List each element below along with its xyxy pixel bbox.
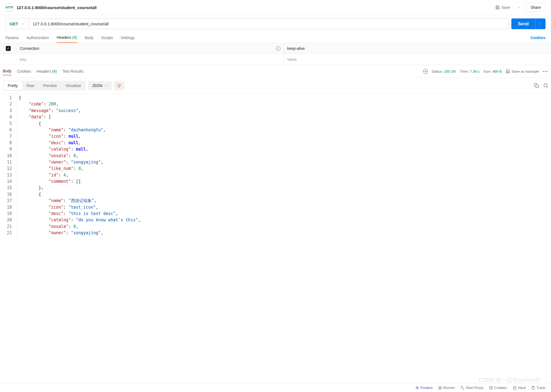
header-row: ✓ Connection i keep-alive: [0, 43, 551, 54]
resp-tab-test-results[interactable]: Test Results: [62, 67, 83, 75]
size-value: 469 B: [492, 69, 502, 74]
cookies-link[interactable]: Cookies: [531, 36, 545, 40]
view-tab-pretty[interactable]: Pretty: [3, 81, 22, 90]
http-icon: HTTP: [6, 4, 13, 11]
info-icon[interactable]: i: [276, 46, 280, 51]
header-checkbox[interactable]: ✓: [6, 46, 11, 51]
save-icon: [506, 69, 510, 74]
save-icon: [495, 5, 500, 10]
more-icon[interactable]: •••: [543, 69, 548, 74]
tab-authorization[interactable]: Authorization: [26, 33, 49, 43]
line-numbers: 12345678910111213141516171819202122: [0, 94, 17, 238]
save-label: Save: [501, 5, 510, 10]
headers-table: ✓ Connection i keep-alive Key Value: [0, 43, 551, 65]
header-row-empty: Key Value: [0, 54, 551, 65]
method-select[interactable]: GET: [6, 19, 29, 29]
status-group: Status: 200 OK: [432, 69, 456, 74]
svg-rect-2: [536, 85, 539, 88]
svg-point-3: [544, 84, 547, 87]
view-actions: [534, 83, 548, 88]
resp-tab-headers[interactable]: Headers (4): [37, 67, 57, 75]
status-label: Status:: [432, 69, 443, 74]
code-viewer: 12345678910111213141516171819202122 { "c…: [0, 93, 551, 238]
header-checkbox-cell: ✓: [0, 46, 17, 51]
status-value: 200 OK: [444, 69, 456, 74]
tab-body[interactable]: Body: [85, 33, 94, 43]
format-select[interactable]: JSON: [88, 81, 111, 90]
request-tabs: Params Authorization Headers (6) Body Sc…: [0, 32, 551, 43]
save-as-example-button[interactable]: Save as example: [506, 69, 539, 74]
view-tab-visualize[interactable]: Visualize: [61, 81, 85, 90]
top-actions: Save Share: [492, 3, 545, 12]
method-url-group: GET: [6, 18, 509, 29]
view-tab-raw[interactable]: Raw: [22, 81, 39, 90]
tab-headers-count: (6): [72, 35, 77, 40]
header-value-input[interactable]: Value: [284, 55, 551, 64]
tab-headers[interactable]: Headers (6): [57, 32, 77, 43]
header-value-cell[interactable]: keep-alive: [284, 43, 551, 53]
save-button[interactable]: Save: [492, 4, 514, 11]
method-text: GET: [10, 21, 18, 26]
resp-tab-cookies[interactable]: Cookies: [17, 67, 31, 75]
view-tab-preview[interactable]: Preview: [39, 81, 61, 90]
response-tabs: Body Cookies Headers (4) Test Results St…: [0, 65, 551, 78]
time-group: Time: 7.36 s: [460, 69, 479, 74]
url-input[interactable]: [29, 19, 509, 29]
top-bar: HTTP 127.0.0.1:8000/course/student_cours…: [0, 0, 551, 15]
time-value: 7.36 s: [470, 69, 479, 74]
header-key-input[interactable]: Key: [17, 55, 284, 64]
send-button[interactable]: Send: [511, 18, 535, 29]
tab-scripts[interactable]: Scripts: [101, 33, 113, 43]
tab-settings[interactable]: Settings: [121, 33, 135, 43]
tab-headers-label: Headers: [57, 35, 71, 40]
size-label: Size:: [483, 69, 491, 74]
header-key-cell[interactable]: Connection i: [17, 43, 284, 53]
tab-params[interactable]: Params: [6, 33, 19, 43]
code-content[interactable]: { "code": 200, "message": "success", "da…: [17, 94, 551, 238]
save-chevron-button[interactable]: [515, 4, 523, 11]
resp-tab-headers-label: Headers: [37, 69, 51, 74]
format-label: JSON: [92, 83, 102, 88]
search-icon[interactable]: [543, 83, 548, 88]
send-button-group: Send: [511, 18, 545, 29]
chevron-down-icon: [105, 84, 108, 87]
tab-title: 127.0.0.1:8000/course/student_course/all: [17, 5, 492, 10]
resp-tab-headers-count: (4): [52, 69, 57, 74]
chevron-down-icon: [21, 22, 25, 26]
send-chevron-button[interactable]: [535, 18, 545, 29]
resp-tab-body[interactable]: Body: [3, 67, 12, 75]
request-bar: GET Send: [0, 15, 551, 32]
size-group: Size: 469 B: [483, 69, 502, 74]
copy-icon[interactable]: [534, 83, 539, 88]
save-example-label: Save as example: [512, 69, 539, 74]
view-controls: Pretty Raw Preview Visualize JSON: [0, 78, 551, 93]
wrap-button[interactable]: [114, 81, 124, 90]
header-key-text: Connection: [20, 46, 39, 51]
svg-line-4: [547, 86, 547, 87]
view-mode-tabs: Pretty Raw Preview Visualize: [3, 81, 86, 91]
response-status: Status: 200 OK Time: 7.36 s Size: 469 B …: [423, 69, 548, 74]
globe-icon[interactable]: [423, 69, 428, 74]
time-label: Time:: [460, 69, 469, 74]
share-button[interactable]: Share: [526, 3, 545, 12]
